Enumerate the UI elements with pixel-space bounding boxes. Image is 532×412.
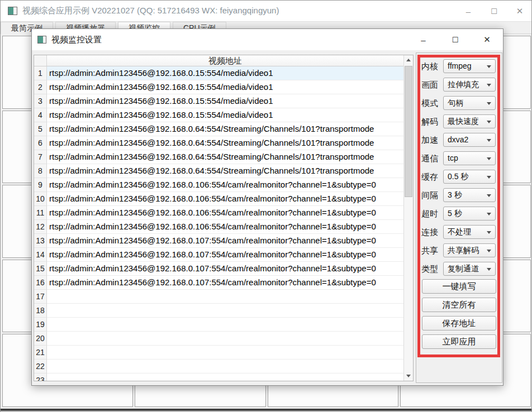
main-maximize-button[interactable]: ☐ [481,7,507,16]
combo-内核[interactable]: ffmpeg [443,59,496,73]
combo-画面[interactable]: 拉伸填充 [443,78,496,92]
combo-间隔[interactable]: 3 秒 [443,188,496,202]
row-url[interactable] [47,318,403,332]
table-row[interactable]: 7rtsp://admin:Admin123456@192.168.0.64:5… [34,150,403,164]
row-url[interactable] [47,304,403,318]
table-row[interactable]: 5rtsp://admin:Admin123456@192.168.0.64:5… [34,122,403,136]
table-row[interactable]: 23 [34,373,403,381]
row-number: 9 [34,178,47,192]
row-number: 20 [34,332,47,346]
table-row[interactable]: 20 [34,332,403,346]
combo-value: 共享解码 [448,246,479,255]
combo-value: tcp [448,154,458,162]
combo-模式[interactable]: 句柄 [443,96,496,110]
row-url[interactable]: rtsp://admin:Admin123456@192.168.0.64:55… [47,150,403,164]
setting-label-类型: 类型 [421,264,441,275]
clear-all-button[interactable]: 清空所有 [422,298,496,312]
row-url[interactable]: rtsp://admin:Admin123456@192.168.0.15:55… [47,108,403,122]
chevron-down-icon [487,65,491,68]
setting-label-连接: 连接 [421,227,441,238]
dialog-minimize-button[interactable]: – [407,35,439,45]
table-row[interactable]: 4rtsp://admin:Admin123456@192.168.0.15:5… [34,108,403,122]
combo-value: ffmpeg [448,61,472,70]
screen: 视频综合应用示例 V20221027 (QQ: 517216493 WX: fe… [0,0,532,412]
row-number: 21 [34,346,47,360]
main-close-button[interactable]: ✕ [507,6,532,16]
combo-缓存[interactable]: 0.5 秒 [443,170,496,184]
row-url[interactable]: rtsp://admin:Admin123456@192.168.0.107:5… [47,234,403,248]
setting-label-模式: 模式 [421,98,441,109]
row-url[interactable] [47,360,403,373]
row-url[interactable]: rtsp://admin:Admin123456@192.168.0.106:5… [47,178,403,192]
table-row[interactable]: 1rtsp://admin:Admin123456@192.168.0.15:5… [34,66,403,80]
main-minimize-button[interactable]: – [455,7,481,16]
row-url[interactable] [47,373,403,381]
table-row[interactable]: 8rtsp://admin:Admin123456@192.168.0.64:5… [34,164,403,178]
row-url[interactable]: rtsp://admin:Admin123456@192.168.0.106:5… [47,192,403,206]
table-header-label: 视频地址 [47,55,403,66]
table-row[interactable]: 14rtsp://admin:Admin123456@192.168.0.107… [34,248,403,262]
table-header: 视频地址 [34,55,403,66]
table-row[interactable]: 22 [34,360,403,373]
combo-通信[interactable]: tcp [443,151,496,165]
combo-共享[interactable]: 共享解码 [443,243,496,257]
table-row[interactable]: 15rtsp://admin:Admin123456@192.168.0.107… [34,262,403,276]
row-url[interactable]: rtsp://admin:Admin123456@192.168.0.107:5… [47,276,403,290]
table-row[interactable]: 10rtsp://admin:Admin123456@192.168.0.106… [34,192,403,206]
row-url[interactable]: rtsp://admin:Admin123456@192.168.0.107:5… [47,262,403,276]
row-url[interactable]: rtsp://admin:Admin123456@192.168.0.64:55… [47,164,403,178]
chevron-down-icon [487,157,491,160]
combo-解码[interactable]: 最快速度 [443,114,496,128]
apply-now-button[interactable]: 立即应用 [422,334,496,349]
row-url[interactable]: rtsp://admin:Admin123456@192.168.0.15:55… [47,66,403,80]
table-scrollbar[interactable] [403,55,413,381]
row-url[interactable]: rtsp://admin:Admin123456@192.168.0.64:55… [47,136,403,150]
table-row[interactable]: 11rtsp://admin:Admin123456@192.168.0.106… [34,206,403,220]
table-row[interactable]: 2rtsp://admin:Admin123456@192.168.0.15:5… [34,80,403,94]
setting-label-间隔: 间隔 [421,190,441,201]
combo-连接[interactable]: 不处理 [443,225,496,239]
scrollbar-thumb[interactable] [405,66,412,197]
row-url[interactable]: rtsp://admin:Admin123456@192.168.0.107:5… [47,248,403,262]
table-row[interactable]: 18 [34,304,403,318]
table-row[interactable]: 3rtsp://admin:Admin123456@192.168.0.15:5… [34,94,403,108]
row-number: 5 [34,122,47,136]
combo-value: 最快速度 [448,117,479,126]
chevron-down-icon [487,121,491,123]
table-row[interactable]: 9rtsp://admin:Admin123456@192.168.0.106:… [34,178,403,192]
table-row[interactable]: 12rtsp://admin:Admin123456@192.168.0.106… [34,220,403,234]
combo-value: 0.5 秒 [448,172,468,181]
row-url[interactable]: rtsp://admin:Admin123456@192.168.0.106:5… [47,220,403,234]
dialog-title: 视频监控设置 [51,35,102,45]
combo-加速[interactable]: dxva2 [443,133,496,147]
combo-value: 复制通道 [448,264,479,273]
combo-value: 不处理 [448,227,471,236]
combo-超时[interactable]: 5 秒 [443,207,496,221]
table-row[interactable]: 19 [34,318,403,332]
row-number: 14 [34,248,47,262]
save-address-button[interactable]: 保存地址 [422,316,496,330]
main-titlebar: 视频综合应用示例 V20221027 (QQ: 517216493 WX: fe… [1,1,532,22]
table-row[interactable]: 13rtsp://admin:Admin123456@192.168.0.107… [34,234,403,248]
dialog-icon [37,36,46,44]
table-row[interactable]: 21 [34,346,403,360]
row-url[interactable]: rtsp://admin:Admin123456@192.168.0.106:5… [47,206,403,220]
table-row[interactable]: 16rtsp://admin:Admin123456@192.168.0.107… [34,276,403,290]
scroll-down-icon[interactable] [404,371,413,381]
row-url[interactable] [47,290,403,304]
row-url[interactable]: rtsp://admin:Admin123456@192.168.0.15:55… [47,80,403,94]
row-url[interactable] [47,346,403,360]
table-corner-cell[interactable] [34,55,47,66]
row-url[interactable] [47,332,403,346]
dialog-maximize-button[interactable]: ☐ [439,36,471,44]
scroll-up-icon[interactable] [404,55,413,65]
table-row[interactable]: 6rtsp://admin:Admin123456@192.168.0.64:5… [34,136,403,150]
row-url[interactable]: rtsp://admin:Admin123456@192.168.0.15:55… [47,94,403,108]
row-number: 11 [34,206,47,220]
combo-类型[interactable]: 复制通道 [443,262,496,276]
table-row[interactable]: 17 [34,290,403,304]
row-number: 22 [34,360,47,373]
row-url[interactable]: rtsp://admin:Admin123456@192.168.0.64:55… [47,122,403,136]
fill-all-button[interactable]: 一键填写 [422,279,496,294]
dialog-close-button[interactable]: ✕ [471,35,503,45]
